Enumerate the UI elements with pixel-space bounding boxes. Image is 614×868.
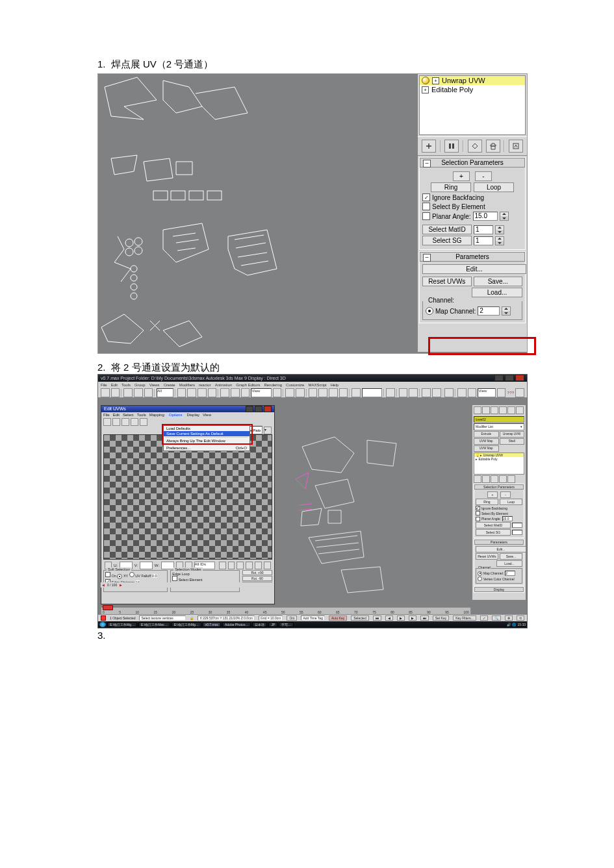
rollout-header[interactable]: – Parameters — [420, 252, 525, 262]
grow-selection-button[interactable]: + — [453, 171, 470, 181]
named-sets-icon[interactable] — [352, 388, 361, 397]
ew-menu-tools[interactable]: Tools — [137, 412, 146, 418]
display-tab-icon[interactable] — [507, 406, 515, 414]
rollout-header[interactable]: – Selection Parameters — [420, 158, 525, 167]
edit-uvws-menubar[interactable]: File Edit Select Tools Mapping Options D… — [101, 412, 274, 418]
map-channel-input[interactable]: 2 — [478, 306, 500, 316]
play-icon[interactable]: ▶ — [397, 615, 405, 621]
quick-render-icon[interactable] — [468, 388, 477, 397]
ew-menu-select[interactable]: Select — [123, 412, 134, 418]
minimize-icon[interactable] — [246, 406, 253, 412]
planar-angle-input[interactable]: 15.0 — [473, 212, 498, 221]
sg-input[interactable] — [512, 530, 522, 535]
menu-tools[interactable]: Tools — [122, 382, 131, 388]
stack-item-editablepoly[interactable]: + Editable Poly — [420, 85, 525, 94]
play-next-icon[interactable]: ▶ — [409, 615, 416, 621]
show-end-result-icon[interactable] — [444, 140, 459, 153]
taskbar-item[interactable]: E:\临江工作Max… — [138, 622, 170, 627]
sg-input[interactable]: 1 — [474, 236, 493, 245]
viewport-nav-icon[interactable]: ⟲ — [517, 615, 524, 621]
softsel-uv-radio[interactable] — [129, 572, 134, 577]
angle-snap-icon[interactable] — [318, 388, 327, 397]
slider-handle-icon[interactable]: ◀ — [102, 583, 105, 587]
ring-button[interactable]: Ring — [431, 182, 471, 192]
modifier-stack[interactable]: + Unwrap UVW + Editable Poly — [419, 75, 526, 135]
rot-minus90-button[interactable]: Rot. -90 — [242, 576, 272, 581]
snap-icon[interactable] — [309, 388, 318, 397]
pivot-icon[interactable] — [273, 388, 282, 397]
selected-button[interactable]: Selected — [351, 615, 368, 621]
perspective-viewport[interactable] — [276, 408, 465, 596]
mod-btn-uvwmap2[interactable]: UVW Map — [474, 445, 499, 452]
maximize-icon[interactable] — [505, 375, 514, 381]
grow-button[interactable]: + — [487, 491, 498, 498]
mod-btn-shell[interactable]: Shell — [500, 438, 525, 445]
app-menubar[interactable]: File Edit Tools Group Views Create Modif… — [98, 382, 527, 388]
menu-customize[interactable]: Customize — [286, 382, 304, 388]
select-element-checkbox[interactable] — [172, 576, 177, 581]
keyfilters-button[interactable]: Key Filters... — [453, 615, 476, 621]
manipulate-icon[interactable] — [285, 388, 294, 397]
planar-input[interactable]: 15.0 — [502, 516, 513, 521]
object-name-field[interactable]: lowe02 — [474, 416, 524, 423]
select-icon[interactable] — [177, 388, 186, 397]
selection-filter-dropdown[interactable]: All — [157, 388, 173, 397]
play-end-icon[interactable]: ⏭ — [420, 615, 429, 621]
load-button[interactable]: Load... — [496, 560, 522, 567]
hierarchy-tab-icon[interactable] — [491, 406, 498, 414]
uv-checker-viewport[interactable] — [103, 434, 272, 560]
ew-menu-display[interactable]: Display — [186, 412, 199, 418]
taskbar-item-active[interactable]: v0.7.max — [203, 622, 221, 627]
taskbar-item[interactable]: JP — [268, 622, 277, 627]
menu-help[interactable]: Help — [331, 382, 339, 388]
modifier-stack-mini[interactable]: 💡 ▸ Unwrap UVW ▸ Editable Poly — [474, 453, 524, 475]
window-crossing-icon[interactable] — [208, 388, 217, 397]
viewport-nav-icon[interactable]: 🔍 — [492, 615, 501, 621]
keymode-icon[interactable] — [296, 388, 305, 397]
softsel-xy-radio[interactable] — [117, 574, 122, 579]
w-input[interactable] — [161, 562, 174, 569]
edit-button[interactable]: Edit... — [476, 546, 526, 552]
pin-stack-icon[interactable] — [422, 140, 436, 153]
add-time-tag[interactable]: Add Time Tag — [301, 615, 324, 621]
refcoord-dropdown[interactable]: View — [251, 388, 271, 397]
close-icon[interactable] — [264, 406, 272, 412]
mirror-uv-icon[interactable] — [140, 418, 147, 426]
configure-sets-icon[interactable] — [507, 475, 515, 483]
menu-file[interactable]: File — [101, 382, 107, 388]
move-uv-icon[interactable] — [103, 418, 111, 426]
menu-edit[interactable]: Edit — [111, 382, 118, 388]
ignore-backfacing-checkbox[interactable]: ✓ — [476, 506, 480, 510]
close-icon[interactable] — [515, 375, 524, 381]
save-button[interactable]: Save... — [474, 277, 523, 286]
collapse-icon[interactable]: – — [423, 254, 431, 262]
menu-grapheditors[interactable]: Graph Editors — [236, 382, 260, 388]
menu-animation[interactable]: Animation — [215, 382, 233, 388]
dd-always-bring-up[interactable]: Always Bring Up The Edit Window — [164, 438, 249, 443]
ew-menu-view[interactable]: View — [203, 412, 211, 418]
utilities-tab-icon[interactable] — [516, 406, 524, 414]
edit-uvws-window[interactable]: Edit UVWs File Edit Select Tools Mapping… — [101, 405, 275, 604]
ew-menu-mapping[interactable]: Mapping — [149, 412, 164, 418]
grid-snap-icon[interactable] — [255, 562, 262, 569]
modify-tab-icon[interactable] — [482, 406, 490, 414]
render-preset-dropdown[interactable]: View — [478, 388, 495, 397]
zoom-region-icon[interactable] — [237, 562, 244, 569]
lock-icon[interactable]: 🔒 — [190, 616, 194, 620]
rotate-uv-icon[interactable] — [112, 418, 120, 426]
move-icon[interactable] — [220, 388, 229, 397]
material-editor-icon[interactable] — [444, 388, 454, 397]
planar-checkbox[interactable] — [476, 517, 480, 521]
render-last-icon[interactable] — [497, 388, 506, 397]
bind-icon[interactable] — [144, 388, 153, 397]
menu-modifiers[interactable]: Modifiers — [179, 382, 195, 388]
mod-btn-uvwmap[interactable]: UVW Map — [474, 438, 499, 445]
texture-options-icon[interactable]: ▾ — [264, 427, 272, 434]
select-matid-button[interactable]: Select MatID — [476, 522, 511, 528]
play-prev-icon[interactable]: ◀ — [385, 615, 393, 621]
taskbar-item[interactable]: 日本语 — [252, 622, 267, 627]
make-unique-icon[interactable] — [491, 475, 498, 483]
stack-item-unwrap[interactable]: + Unwrap UVW — [420, 76, 525, 85]
modifier-list-dropdown[interactable]: Modifier List▾ — [474, 423, 524, 430]
menu-create[interactable]: Create — [164, 382, 175, 388]
